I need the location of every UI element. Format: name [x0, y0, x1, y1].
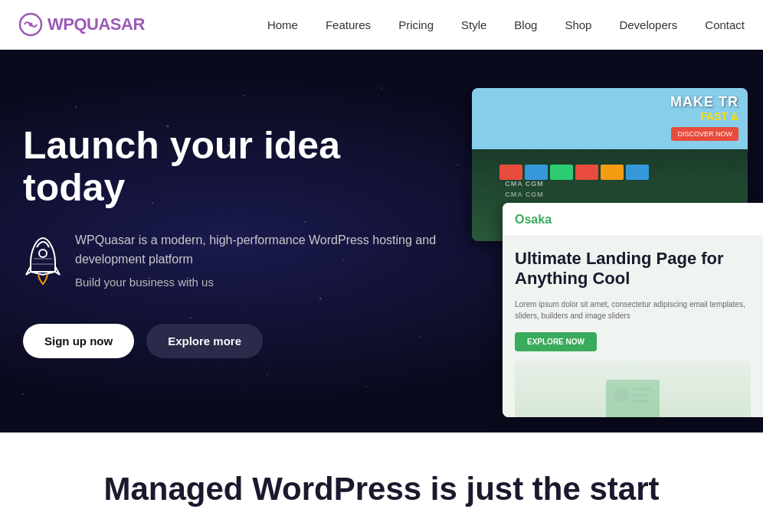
svg-point-1	[29, 23, 33, 27]
nav-blog[interactable]: Blog	[514, 18, 537, 31]
hero-content: Launch your idea today	[15, 50, 460, 432]
osaka-title: Ultimate Landing Page for Anything Cool	[515, 249, 751, 289]
rocket-icon	[23, 232, 63, 290]
hero-title: Launch your idea today	[23, 125, 444, 209]
osaka-image-area	[515, 361, 751, 417]
nav-pricing[interactable]: Pricing	[398, 18, 434, 31]
hero-text-block: WPQuasar is a modern, high-performance W…	[75, 230, 444, 289]
osaka-subtitle: Lorem ipsum dolor sit amet, consectetur …	[515, 299, 751, 321]
signup-button[interactable]: Sign up now	[23, 324, 134, 358]
nav-features[interactable]: Features	[326, 18, 371, 31]
header: WPQUASAR Home Features Pricing Style Blo…	[0, 0, 763, 50]
svg-rect-10	[633, 400, 650, 403]
hero-description: WPQuasar is a modern, high-performance W…	[75, 230, 444, 269]
ship-containers	[499, 165, 649, 180]
svg-rect-6	[606, 380, 660, 417]
svg-rect-8	[633, 387, 652, 390]
hero-description-row: WPQuasar is a modern, high-performance W…	[23, 230, 444, 290]
logo[interactable]: WPQUASAR	[18, 12, 145, 37]
nav-shop[interactable]: Shop	[565, 18, 591, 31]
osaka-cta: EXPLORE NOW	[515, 332, 597, 351]
ship-text-overlay: MAKE TR FAST & DISCOVER NOW	[670, 94, 738, 141]
osaka-header: Osaka	[503, 203, 763, 237]
section-title: Managed WordPress is just the start	[15, 471, 748, 508]
ship-cta: DISCOVER NOW	[671, 127, 738, 141]
svg-point-7	[614, 387, 629, 403]
nav-home[interactable]: Home	[267, 18, 298, 31]
screenshot-osaka: Osaka Ultimate Landing Page for Anything…	[503, 203, 763, 417]
osaka-body: Ultimate Landing Page for Anything Cool …	[503, 237, 763, 417]
hero-images: MAKE TR FAST & DISCOVER NOW CMA CGM CMA …	[441, 50, 763, 432]
nav-contact[interactable]: Contact	[705, 18, 745, 31]
svg-point-2	[39, 250, 47, 257]
ship-headline: MAKE TR	[670, 94, 738, 110]
logo-text: WPQUASAR	[47, 15, 145, 34]
hero-tagline: Build your business with us	[75, 276, 444, 289]
svg-rect-9	[633, 393, 647, 397]
hero-buttons: Sign up now Explore more	[23, 324, 444, 358]
logo-icon	[18, 12, 43, 37]
nav-style[interactable]: Style	[461, 18, 486, 31]
main-nav: Home Features Pricing Style Blog Shop De…	[267, 18, 745, 31]
below-hero-section: Managed WordPress is just the start	[0, 432, 763, 532]
explore-button[interactable]: Explore more	[146, 324, 263, 358]
ship-subheadline: FAST &	[670, 110, 738, 122]
nav-developers[interactable]: Developers	[619, 18, 677, 31]
hero-section: Launch your idea today	[0, 50, 763, 432]
osaka-logo: Osaka	[515, 213, 552, 227]
